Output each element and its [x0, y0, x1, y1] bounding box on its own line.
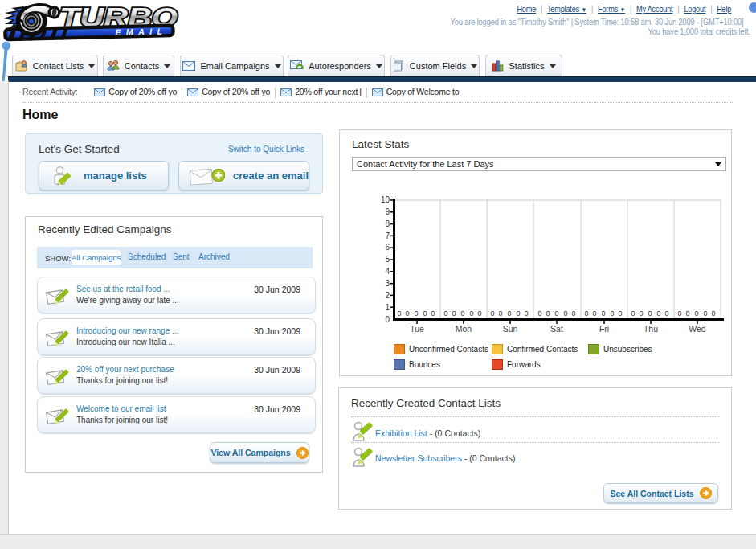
svg-text:4: 4: [385, 267, 390, 276]
svg-text:0: 0: [431, 309, 435, 318]
svg-text:0: 0: [584, 309, 588, 318]
svg-text:10: 10: [381, 195, 390, 204]
svg-text:0: 0: [631, 309, 635, 318]
svg-text:0: 0: [460, 309, 464, 318]
svg-text:0: 0: [677, 309, 681, 318]
svg-text:0: 0: [443, 309, 447, 318]
svg-text:0: 0: [490, 309, 494, 318]
svg-text:0: 0: [711, 309, 715, 318]
svg-text:0: 0: [694, 309, 698, 318]
svg-text:1: 1: [385, 303, 390, 312]
svg-text:0: 0: [452, 309, 456, 318]
svg-text:Mon: Mon: [456, 324, 472, 334]
svg-text:0: 0: [537, 309, 541, 318]
svg-text:0: 0: [601, 309, 605, 318]
svg-text:0: 0: [648, 309, 652, 318]
svg-text:5: 5: [385, 255, 390, 264]
svg-text:0: 0: [405, 309, 409, 318]
svg-text:0: 0: [685, 309, 689, 318]
svg-text:0: 0: [563, 309, 567, 318]
svg-text:0: 0: [656, 309, 660, 318]
svg-text:0: 0: [385, 315, 390, 324]
svg-text:0: 0: [639, 309, 643, 318]
svg-text:2: 2: [385, 291, 390, 300]
svg-text:0: 0: [571, 309, 575, 318]
svg-text:0: 0: [498, 309, 502, 318]
svg-text:Fri: Fri: [599, 324, 609, 334]
svg-text:Wed: Wed: [689, 324, 706, 334]
svg-text:EMAIL: EMAIL: [115, 26, 167, 37]
svg-text:Thu: Thu: [644, 324, 658, 334]
svg-text:0: 0: [703, 309, 707, 318]
svg-text:8: 8: [385, 219, 390, 228]
svg-text:0: 0: [397, 309, 401, 318]
svg-text:0: 0: [477, 309, 481, 318]
svg-text:3: 3: [385, 279, 390, 288]
svg-text:0: 0: [423, 309, 427, 318]
svg-text:Sat: Sat: [550, 324, 563, 334]
svg-text:7: 7: [385, 231, 390, 240]
svg-text:0: 0: [414, 309, 418, 318]
svg-text:0: 0: [610, 309, 614, 318]
svg-text:0: 0: [507, 309, 511, 318]
svg-text:0: 0: [592, 309, 596, 318]
svg-text:6: 6: [385, 243, 390, 252]
svg-text:Sun: Sun: [503, 324, 518, 334]
svg-text:0: 0: [664, 309, 668, 318]
svg-text:0: 0: [524, 309, 528, 318]
svg-text:Tue: Tue: [410, 324, 424, 334]
svg-text:0: 0: [554, 309, 558, 318]
svg-text:0: 0: [546, 309, 550, 318]
svg-text:0: 0: [516, 309, 520, 318]
svg-text:0: 0: [618, 309, 622, 318]
svg-text:0: 0: [469, 309, 473, 318]
svg-text:9: 9: [385, 207, 390, 216]
